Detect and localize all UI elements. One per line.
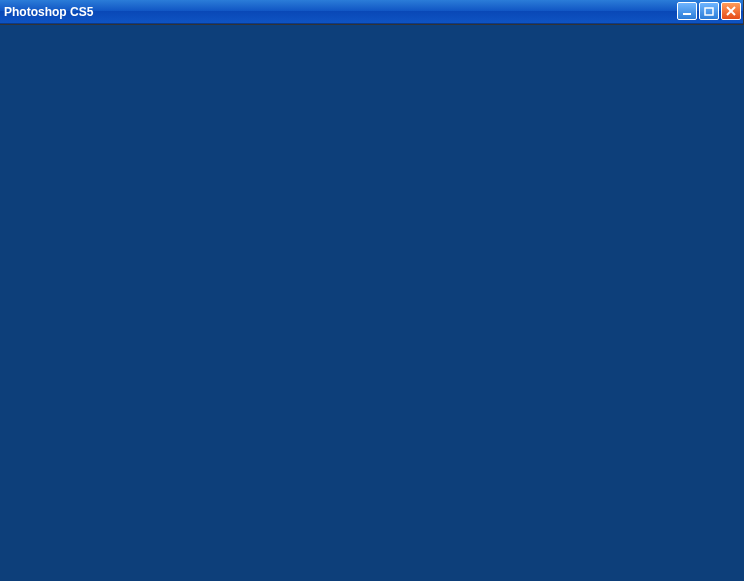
- sidebar: 用 ID: [0, 24, 112, 25]
- maximize-button[interactable]: [699, 2, 719, 20]
- close-icon: [726, 6, 736, 16]
- main-panel: 请 输 入 序 列 号 提供序列号。 i 简体中文 ✔ 此序列号将用于: Ado…: [112, 24, 744, 25]
- close-button[interactable]: [721, 2, 741, 20]
- window-title: Photoshop CS5: [4, 5, 93, 19]
- minimize-button[interactable]: [677, 2, 697, 20]
- window-titlebar: Photoshop CS5: [0, 0, 744, 24]
- minimize-icon: [682, 6, 692, 16]
- maximize-icon: [704, 6, 714, 16]
- window-controls: [677, 2, 741, 20]
- svg-rect-1: [705, 8, 713, 15]
- sidebar-spacer: [0, 24, 112, 25]
